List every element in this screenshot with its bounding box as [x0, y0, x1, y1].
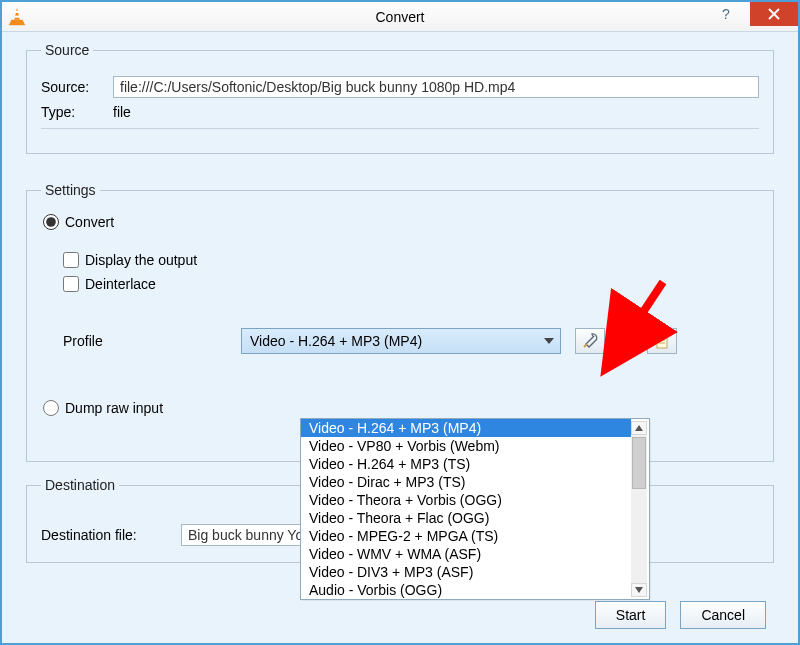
- destination-label: Destination file:: [41, 527, 181, 543]
- scroll-down-arrow[interactable]: [631, 583, 647, 597]
- chevron-down-icon: [635, 587, 643, 593]
- svg-text:?: ?: [722, 7, 730, 21]
- type-label: Type:: [41, 104, 113, 120]
- dropdown-item[interactable]: Video - WMV + WMA (ASF): [301, 545, 631, 563]
- cancel-button[interactable]: Cancel: [680, 601, 766, 629]
- chevron-down-icon: [544, 338, 554, 344]
- radio-dump-raw[interactable]: Dump raw input: [43, 400, 759, 416]
- radio-dump-raw-label: Dump raw input: [65, 400, 163, 416]
- help-icon: ?: [719, 7, 733, 21]
- profile-dropdown[interactable]: Video - H.264 + MP3 (MP4) Video - VP80 +…: [300, 418, 650, 600]
- check-display-output-label: Display the output: [85, 252, 197, 268]
- dropdown-item[interactable]: Video - MPEG-2 + MPGA (TS): [301, 527, 631, 545]
- check-deinterlace-input[interactable]: [63, 276, 79, 292]
- dropdown-item[interactable]: Video - Theora + Flac (OGG): [301, 509, 631, 527]
- new-document-icon: [654, 333, 670, 349]
- source-input[interactable]: [113, 76, 759, 98]
- vlc-cone-icon: [6, 6, 28, 28]
- dropdown-item[interactable]: Video - H.264 + MP3 (TS): [301, 455, 631, 473]
- dropdown-scrollbar[interactable]: [631, 421, 647, 597]
- scroll-up-arrow[interactable]: [631, 421, 647, 435]
- close-button[interactable]: [750, 2, 798, 26]
- bottom-actions: Start Cancel: [595, 601, 766, 629]
- convert-window: Convert ? Source Source: Type: file: [0, 0, 800, 645]
- delete-profile-button[interactable]: [611, 328, 641, 354]
- dropdown-item[interactable]: Audio - Vorbis (OGG): [301, 581, 631, 599]
- profile-selected: Video - H.264 + MP3 (MP4): [250, 333, 422, 349]
- type-value: file: [113, 104, 131, 120]
- svg-rect-8: [657, 334, 667, 348]
- source-label: Source:: [41, 79, 113, 95]
- svg-rect-1: [14, 15, 20, 17]
- wrench-icon: [581, 332, 599, 350]
- svg-rect-0: [15, 10, 19, 12]
- dropdown-item[interactable]: Video - VP80 + Vorbis (Webm): [301, 437, 631, 455]
- dropdown-item[interactable]: Video - H.264 + MP3 (MP4): [301, 419, 631, 437]
- edit-profile-button[interactable]: [575, 328, 605, 354]
- check-display-output-input[interactable]: [63, 252, 79, 268]
- profile-combo[interactable]: Video - H.264 + MP3 (MP4): [241, 328, 561, 354]
- radio-convert-input[interactable]: [43, 214, 59, 230]
- settings-legend: Settings: [41, 182, 100, 198]
- check-display-output[interactable]: Display the output: [63, 252, 759, 268]
- titlebar: Convert ?: [2, 2, 798, 32]
- content-area: Source Source: Type: file Settings Conve…: [2, 32, 798, 643]
- window-title: Convert: [2, 9, 798, 25]
- destination-legend: Destination: [41, 477, 119, 493]
- check-deinterlace[interactable]: Deinterlace: [63, 276, 759, 292]
- source-group: Source Source: Type: file: [26, 42, 774, 154]
- radio-convert-label: Convert: [65, 214, 114, 230]
- source-legend: Source: [41, 42, 93, 58]
- check-deinterlace-label: Deinterlace: [85, 276, 156, 292]
- radio-dump-raw-input[interactable]: [43, 400, 59, 416]
- delete-icon: [618, 333, 634, 349]
- help-button[interactable]: ?: [702, 2, 750, 26]
- start-button[interactable]: Start: [595, 601, 667, 629]
- scroll-thumb[interactable]: [632, 437, 646, 489]
- chevron-up-icon: [635, 425, 643, 431]
- dropdown-item[interactable]: Video - Theora + Vorbis (OGG): [301, 491, 631, 509]
- svg-line-5: [584, 344, 587, 347]
- close-icon: [768, 8, 780, 20]
- profile-label: Profile: [41, 333, 241, 349]
- dropdown-item[interactable]: Video - DIV3 + MP3 (ASF): [301, 563, 631, 581]
- radio-convert[interactable]: Convert: [43, 214, 759, 230]
- dropdown-item[interactable]: Video - Dirac + MP3 (TS): [301, 473, 631, 491]
- new-profile-button[interactable]: [647, 328, 677, 354]
